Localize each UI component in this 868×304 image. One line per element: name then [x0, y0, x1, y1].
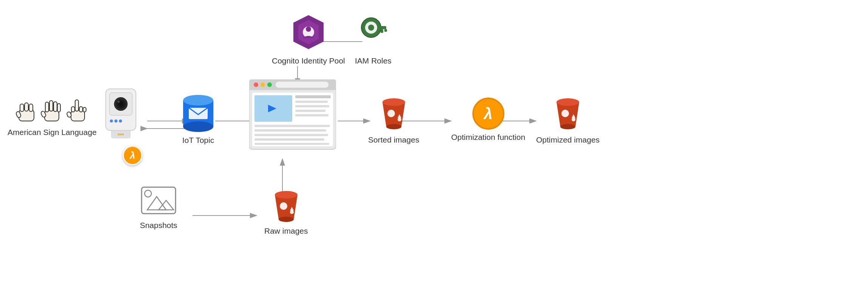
svg-rect-71	[379, 26, 386, 29]
svg-rect-18	[45, 102, 49, 112]
iot-topic-node: IoT Topic	[181, 93, 215, 145]
svg-point-78	[275, 191, 298, 199]
svg-text:aws: aws	[117, 132, 124, 136]
architecture-diagram: American Sign Language aws λ	[0, 0, 868, 304]
web-console-node	[249, 79, 336, 157]
svg-rect-59	[254, 125, 330, 127]
svg-rect-24	[75, 100, 79, 111]
svg-point-89	[560, 124, 575, 129]
svg-point-48	[261, 82, 265, 87]
sorted-images-node: Sorted images	[368, 95, 419, 144]
svg-rect-60	[254, 129, 326, 132]
svg-point-92	[572, 118, 575, 121]
svg-point-36	[114, 119, 117, 123]
svg-point-34	[117, 101, 120, 103]
svg-rect-20	[54, 102, 57, 112]
svg-rect-50	[276, 82, 328, 88]
camera-device: aws	[100, 85, 142, 143]
cognito-node: Cognito Identity Pool	[272, 13, 345, 65]
svg-point-41	[183, 95, 213, 105]
asl-group: American Sign Language	[8, 98, 97, 137]
iot-topic-label: IoT Topic	[182, 136, 214, 145]
hand2-icon	[41, 98, 63, 125]
svg-point-77	[145, 190, 151, 197]
svg-rect-55	[295, 101, 328, 103]
svg-rect-19	[49, 101, 53, 111]
iam-node: IAM Roles	[355, 13, 392, 65]
svg-point-90	[561, 110, 569, 117]
lambda-edge-badge: λ	[123, 146, 142, 165]
svg-point-87	[398, 118, 401, 121]
svg-point-84	[386, 124, 401, 129]
svg-rect-63	[254, 143, 329, 145]
svg-point-70	[368, 25, 374, 31]
svg-rect-27	[83, 107, 86, 112]
iam-label: IAM Roles	[355, 56, 392, 65]
svg-rect-57	[295, 110, 325, 112]
raw-images-node: Raw images	[264, 187, 308, 236]
optimized-images-node: Optimized images	[536, 95, 600, 144]
asl-label: American Sign Language	[8, 128, 97, 137]
svg-rect-62	[254, 138, 324, 141]
cognito-label: Cognito Identity Pool	[272, 56, 345, 65]
hand3-icon	[66, 98, 89, 125]
svg-point-83	[382, 98, 405, 106]
svg-rect-54	[295, 95, 331, 98]
svg-rect-26	[79, 107, 83, 112]
svg-rect-58	[295, 114, 328, 116]
sorted-images-label: Sorted images	[368, 135, 419, 144]
svg-rect-61	[254, 134, 328, 136]
svg-point-42	[183, 121, 213, 132]
svg-point-67	[306, 26, 311, 32]
svg-rect-14	[25, 103, 28, 111]
svg-point-47	[254, 82, 258, 87]
svg-rect-73	[384, 29, 387, 32]
optimization-function-label: Optimization function	[451, 133, 525, 142]
svg-point-88	[557, 98, 579, 106]
svg-point-79	[279, 217, 294, 222]
svg-rect-13	[20, 104, 24, 112]
svg-rect-21	[57, 104, 60, 112]
svg-point-37	[119, 119, 122, 123]
raw-images-label: Raw images	[264, 226, 308, 236]
svg-rect-15	[29, 104, 33, 112]
svg-point-49	[267, 82, 272, 87]
optimization-function-node: λ Optimization function	[451, 98, 525, 142]
svg-rect-72	[381, 29, 383, 33]
svg-rect-25	[71, 107, 75, 112]
svg-rect-56	[295, 105, 329, 107]
snapshots-node: Snapshots	[140, 185, 177, 230]
svg-point-80	[280, 202, 287, 210]
svg-point-82	[290, 210, 294, 214]
snapshots-label: Snapshots	[140, 221, 177, 230]
svg-point-35	[110, 119, 113, 123]
hand1-icon	[15, 98, 38, 125]
svg-point-85	[387, 110, 395, 117]
optimized-images-label: Optimized images	[536, 135, 600, 144]
